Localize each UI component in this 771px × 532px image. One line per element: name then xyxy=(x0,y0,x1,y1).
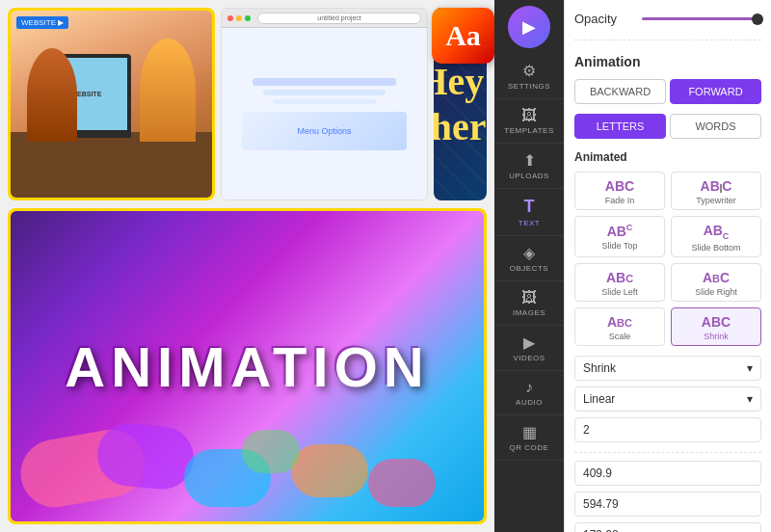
unit-btn-group: LETTERS WORDS xyxy=(574,114,761,139)
settings-icon: ⚙ xyxy=(522,62,536,80)
typewriter-abc: AB|C xyxy=(701,178,732,194)
sidebar-item-qrcode[interactable]: ▦ QR CODE xyxy=(494,415,564,461)
anim-typewriter[interactable]: AB|C Typewriter xyxy=(671,172,761,210)
anim-fade-in[interactable]: ABC Fade In xyxy=(574,172,665,210)
app-logo: ▶ xyxy=(508,6,550,48)
animation-grid: ABC Fade In AB|C Typewriter ABC Slide To… xyxy=(574,172,761,346)
scale-abc: ABC xyxy=(607,314,632,330)
letters-btn[interactable]: LETTERS xyxy=(574,114,666,139)
opacity-knob[interactable] xyxy=(752,13,763,25)
aa-icon: Aa xyxy=(432,8,494,64)
sidebar-item-audio[interactable]: ♪ AUDIO xyxy=(494,371,564,415)
hey-there-text: Hey there xyxy=(434,59,487,149)
field-w[interactable] xyxy=(574,522,761,532)
sidebar-item-templates[interactable]: 🖼 TEMPLATES xyxy=(494,99,564,144)
backward-btn[interactable]: BACKWARD xyxy=(574,79,666,104)
anim-scale[interactable]: ABC Scale xyxy=(574,307,665,346)
duration-input[interactable] xyxy=(574,417,761,442)
browser-preview: untitled project Menu Options xyxy=(221,8,428,200)
fade-in-abc: ABC xyxy=(605,178,634,194)
slide-bottom-abc: ABC xyxy=(704,223,730,241)
chevron-down-icon-2: ▾ xyxy=(747,392,753,406)
opacity-row: Opacity xyxy=(574,12,761,40)
field-x[interactable] xyxy=(574,461,761,486)
photo-card: WEBSITE WEBSITE ▶ xyxy=(8,8,215,200)
anim-slide-right[interactable]: ABC Slide Right xyxy=(671,263,761,302)
anim-slide-bottom[interactable]: ABC Slide Bottom xyxy=(671,216,761,257)
sidebar-item-videos[interactable]: ▶ VIDEOS xyxy=(494,326,564,371)
animation-card: ANIMATION xyxy=(8,208,487,524)
linear-dropdown[interactable]: Linear ▾ xyxy=(574,386,761,412)
forward-btn[interactable]: FORWARD xyxy=(670,79,761,104)
shrink-dropdown[interactable]: Shrink ▾ xyxy=(574,356,761,381)
shrink-abc: ABC xyxy=(702,314,731,330)
anim-slide-left[interactable]: ABC Slide Left xyxy=(574,263,665,302)
sidebar-item-settings[interactable]: ⚙ SETTINGS xyxy=(494,54,564,99)
animation-title: Animation xyxy=(574,54,761,69)
audio-icon: ♪ xyxy=(525,379,533,396)
sidebar-item-images[interactable]: 🖼 IMAGES xyxy=(494,281,564,326)
canvas-area: WEBSITE WEBSITE ▶ untitled project xyxy=(0,0,494,532)
qrcode-icon: ▦ xyxy=(522,423,537,441)
animated-section-title: Animated xyxy=(574,150,761,164)
slide-left-abc: ABC xyxy=(606,270,633,285)
words-btn[interactable]: WORDS xyxy=(670,114,761,139)
menu-options-label: Menu Options xyxy=(297,126,351,136)
objects-icon: ◈ xyxy=(523,244,535,262)
website-badge: WEBSITE ▶ xyxy=(16,16,68,29)
right-panel: Opacity Animation BACKWARD FORWARD LETTE… xyxy=(564,0,771,532)
opacity-slider[interactable] xyxy=(642,17,761,20)
tools-sidebar: ▶ ⚙ SETTINGS 🖼 TEMPLATES ⬆ UPLOADS T TEX… xyxy=(494,0,564,532)
field-y[interactable] xyxy=(574,492,761,517)
text-icon: T xyxy=(524,197,535,217)
anim-shrink[interactable]: ABC Shrink xyxy=(671,307,761,346)
slide-right-abc: ABC xyxy=(703,270,730,285)
videos-icon: ▶ xyxy=(523,333,535,352)
direction-btn-group: BACKWARD FORWARD xyxy=(574,79,761,104)
images-icon: 🖼 xyxy=(521,289,537,306)
anim-slide-top[interactable]: ABC Slide Top xyxy=(574,216,665,257)
sidebar-item-text[interactable]: T TEXT xyxy=(494,189,564,236)
animation-text: ANIMATION xyxy=(65,334,429,399)
opacity-label: Opacity xyxy=(574,12,634,26)
sidebar-item-objects[interactable]: ◈ OBJECTS xyxy=(494,236,564,281)
slide-top-abc: ABC xyxy=(607,223,633,239)
sidebar-item-uploads[interactable]: ⬆ UPLOADS xyxy=(494,144,564,189)
uploads-icon: ⬆ xyxy=(523,151,536,170)
chevron-down-icon: ▾ xyxy=(747,361,753,375)
templates-icon: 🖼 xyxy=(521,107,537,124)
